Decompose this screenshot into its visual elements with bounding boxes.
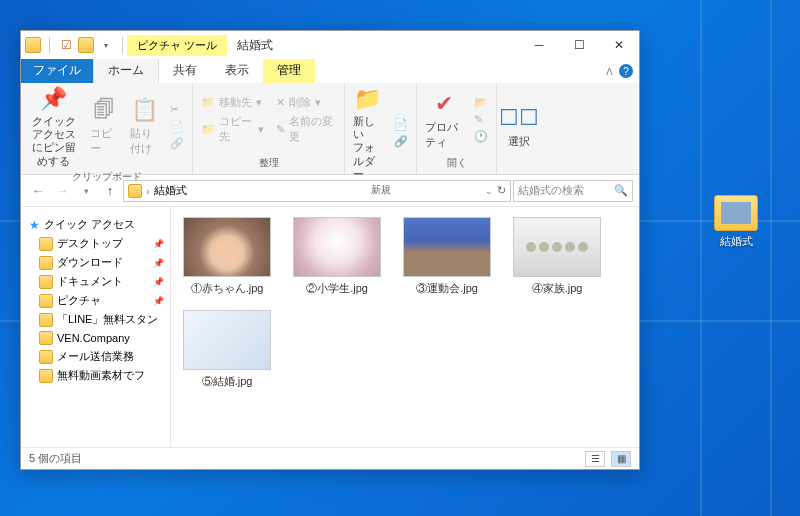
file-item[interactable]: ⑤結婚.jpg — [181, 310, 273, 389]
history-icon: 🕐 — [474, 130, 488, 143]
paste-icon: 📋 — [130, 96, 158, 124]
file-name: ⑤結婚.jpg — [202, 374, 253, 389]
tree-item[interactable]: 「LINE」無料スタン — [25, 310, 166, 329]
file-list[interactable]: ①赤ちゃん.jpg②小学生.jpg③運動会.jpg④家族.jpg⑤結婚.jpg — [171, 207, 639, 447]
edit-button[interactable]: ✎ — [472, 112, 490, 127]
cut-button[interactable]: ✂ — [168, 102, 186, 117]
nav-recent-dropdown[interactable]: ▾ — [75, 180, 97, 202]
select-icon: ☐☐ — [505, 104, 533, 132]
new-folder-button[interactable]: 📁 新しい フォルダー — [351, 85, 384, 181]
tree-item[interactable]: VEN.Company — [25, 329, 166, 347]
properties-button[interactable]: ✔ プロパティ — [423, 90, 464, 150]
view-thumbnails-button[interactable]: ▦ — [611, 451, 631, 467]
paste-button[interactable]: 📋 貼り付け — [128, 96, 160, 156]
pin-icon: 📌 — [40, 85, 68, 113]
nav-back-button[interactable]: ← — [27, 180, 49, 202]
file-name: ③運動会.jpg — [416, 281, 478, 296]
titlebar[interactable]: ☑ ▾ ピクチャ ツール 結婚式 ─ ☐ ✕ — [21, 31, 639, 59]
tab-home[interactable]: ホーム — [93, 59, 159, 83]
folder-icon — [714, 195, 758, 231]
breadcrumb-item[interactable]: 結婚式 — [154, 183, 187, 198]
file-item[interactable]: ②小学生.jpg — [291, 217, 383, 296]
file-item[interactable]: ④家族.jpg — [511, 217, 603, 296]
folder-icon — [39, 331, 53, 345]
minimize-button[interactable]: ─ — [519, 31, 559, 59]
copy-to-button[interactable]: 📁コピー先 ▾ — [199, 113, 266, 145]
open-button[interactable]: 📂 — [472, 95, 490, 110]
copyto-icon: 📁 — [201, 123, 215, 136]
folder-icon — [39, 350, 53, 364]
tree-item[interactable]: 無料動画素材でフ — [25, 366, 166, 385]
tab-manage[interactable]: 管理 — [263, 59, 315, 83]
file-item[interactable]: ①赤ちゃん.jpg — [181, 217, 273, 296]
tree-item[interactable]: デスクトップ📌 — [25, 234, 166, 253]
folder-icon — [39, 275, 53, 289]
group-label-select — [503, 168, 539, 172]
qat-newfolder-icon[interactable] — [78, 37, 94, 53]
pin-to-quick-access-button[interactable]: 📌 クイック アクセス にピン留めする — [27, 85, 80, 168]
delete-icon: ✕ — [276, 96, 285, 109]
file-thumbnail — [403, 217, 491, 277]
desktop-folder-icon[interactable]: 結婚式 — [700, 195, 772, 249]
delete-button[interactable]: ✕削除 ▾ — [274, 94, 338, 111]
history-button[interactable]: 🕐 — [472, 129, 490, 144]
paste-shortcut-button[interactable]: 🔗 — [168, 136, 186, 151]
tab-share[interactable]: 共有 — [159, 59, 211, 83]
nav-forward-button[interactable]: → — [51, 180, 73, 202]
file-thumbnail — [183, 217, 271, 277]
folder-icon — [39, 237, 53, 251]
group-label-organize: 整理 — [199, 154, 338, 172]
tree-item[interactable]: メール送信業務 — [25, 347, 166, 366]
tab-file[interactable]: ファイル — [21, 59, 93, 83]
search-icon[interactable]: 🔍 — [614, 184, 628, 197]
file-name: ①赤ちゃん.jpg — [191, 281, 264, 296]
breadcrumb-dropdown-icon[interactable]: ⌄ — [485, 186, 493, 196]
shortcut-icon: 🔗 — [170, 137, 184, 150]
search-input[interactable]: 結婚式の検索 🔍 — [513, 180, 633, 202]
breadcrumb[interactable]: › 結婚式 ⌄ ↻ — [123, 180, 511, 202]
easyaccess-icon: 🔗 — [394, 135, 408, 148]
explorer-window: ☑ ▾ ピクチャ ツール 結婚式 ─ ☐ ✕ ファイル ホーム 共有 表示 管理… — [20, 30, 640, 470]
tab-view[interactable]: 表示 — [211, 59, 263, 83]
qat-dropdown-icon[interactable]: ▾ — [98, 37, 114, 53]
help-icon[interactable]: ? — [619, 64, 633, 78]
open-icon: 📂 — [474, 96, 488, 109]
file-name: ④家族.jpg — [532, 281, 583, 296]
folder-icon — [39, 369, 53, 383]
refresh-icon[interactable]: ↻ — [497, 184, 506, 197]
file-thumbnail — [513, 217, 601, 277]
app-icon — [25, 37, 41, 53]
folder-icon — [39, 256, 53, 270]
file-name: ②小学生.jpg — [306, 281, 368, 296]
ribbon-collapse-icon[interactable]: ᐱ — [606, 66, 613, 77]
tree-item[interactable]: ドキュメント📌 — [25, 272, 166, 291]
new-item-button[interactable]: 📄 — [392, 117, 410, 132]
ribbon: 📌 クイック アクセス にピン留めする 🗐 コピー 📋 貼り付け ✂ 📄 🔗 — [21, 83, 639, 175]
breadcrumb-sep: › — [146, 185, 150, 197]
tree-item[interactable]: ピクチャ📌 — [25, 291, 166, 310]
file-item[interactable]: ③運動会.jpg — [401, 217, 493, 296]
copy-path-button[interactable]: 📄 — [168, 119, 186, 134]
tree-quick-access[interactable]: ★ クイック アクセス — [25, 215, 166, 234]
pin-icon: 📌 — [153, 239, 164, 249]
copy-button[interactable]: 🗐 コピー — [88, 96, 120, 156]
tree-item[interactable]: ダウンロード📌 — [25, 253, 166, 272]
view-details-button[interactable]: ☰ — [585, 451, 605, 467]
navigation-tree[interactable]: ★ クイック アクセス デスクトップ📌ダウンロード📌ドキュメント📌ピクチャ📌「L… — [21, 207, 171, 447]
qat-properties-icon[interactable]: ☑ — [58, 37, 74, 53]
group-label-open: 開く — [423, 154, 490, 172]
moveto-icon: 📁 — [201, 96, 215, 109]
edit-icon: ✎ — [474, 113, 483, 126]
copypath-icon: 📄 — [170, 120, 184, 133]
search-placeholder: 結婚式の検索 — [518, 183, 584, 198]
pin-icon: 📌 — [153, 296, 164, 306]
nav-up-button[interactable]: ↑ — [99, 180, 121, 202]
close-button[interactable]: ✕ — [599, 31, 639, 59]
ribbon-contextual-title: ピクチャ ツール — [127, 35, 227, 56]
move-to-button[interactable]: 📁移動先 ▾ — [199, 94, 266, 111]
maximize-button[interactable]: ☐ — [559, 31, 599, 59]
easy-access-button[interactable]: 🔗 — [392, 134, 410, 149]
rename-button[interactable]: ✎名前の変更 — [274, 113, 338, 145]
file-thumbnail — [293, 217, 381, 277]
select-button[interactable]: ☐☐ 選択 — [503, 104, 535, 149]
